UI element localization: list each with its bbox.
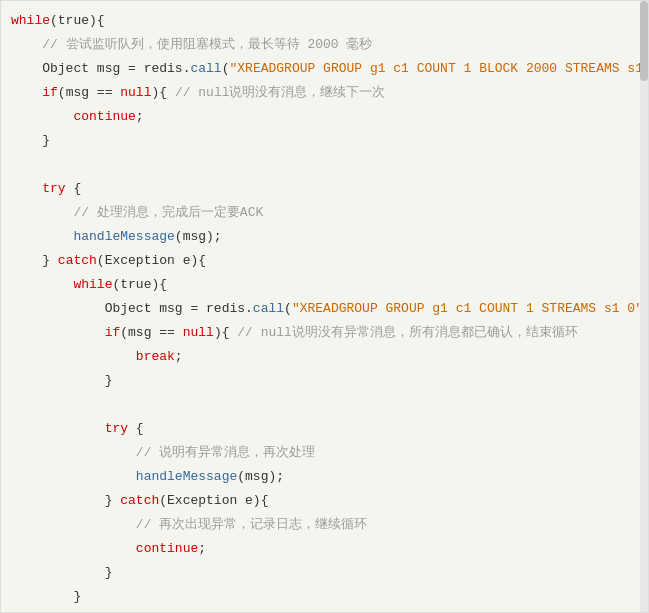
code-line: break; [1, 345, 648, 369]
code-line: // 处理消息，完成后一定要ACK [1, 201, 648, 225]
code-line: handleMessage(msg); [1, 465, 648, 489]
code-line: } [1, 129, 648, 153]
code-line: if(msg == null){ // null说明没有异常消息，所有消息都已确… [1, 321, 648, 345]
code-line: while(true){ [1, 273, 648, 297]
code-line: } catch(Exception e){ [1, 249, 648, 273]
code-line: if(msg == null){ // null说明没有消息，继续下一次 [1, 81, 648, 105]
code-line: try { [1, 177, 648, 201]
code-line [1, 153, 648, 177]
code-line: Object msg = redis.call("XREADGROUP GROU… [1, 297, 648, 321]
code-line: } [1, 369, 648, 393]
code-line: } [1, 609, 648, 613]
scrollbar[interactable] [640, 1, 648, 613]
code-line: } catch(Exception e){ [1, 489, 648, 513]
code-line: // 再次出现异常，记录日志，继续循环 [1, 513, 648, 537]
code-line: // 尝试监听队列，使用阻塞模式，最长等待 2000 毫秒 [1, 33, 648, 57]
code-editor: while(true){ // 尝试监听队列，使用阻塞模式，最长等待 2000 … [0, 0, 649, 613]
code-line: continue; [1, 105, 648, 129]
code-line: handleMessage(msg); [1, 225, 648, 249]
code-line [1, 393, 648, 417]
code-body: while(true){ // 尝试监听队列，使用阻塞模式，最长等待 2000 … [1, 9, 648, 613]
scrollbar-thumb[interactable] [640, 1, 648, 81]
code-line: } [1, 561, 648, 585]
code-line: Object msg = redis.call("XREADGROUP GROU… [1, 57, 648, 81]
code-line: continue; [1, 537, 648, 561]
code-line: // 说明有异常消息，再次处理 [1, 441, 648, 465]
code-line: } [1, 585, 648, 609]
code-line: try { [1, 417, 648, 441]
code-line: while(true){ [1, 9, 648, 33]
